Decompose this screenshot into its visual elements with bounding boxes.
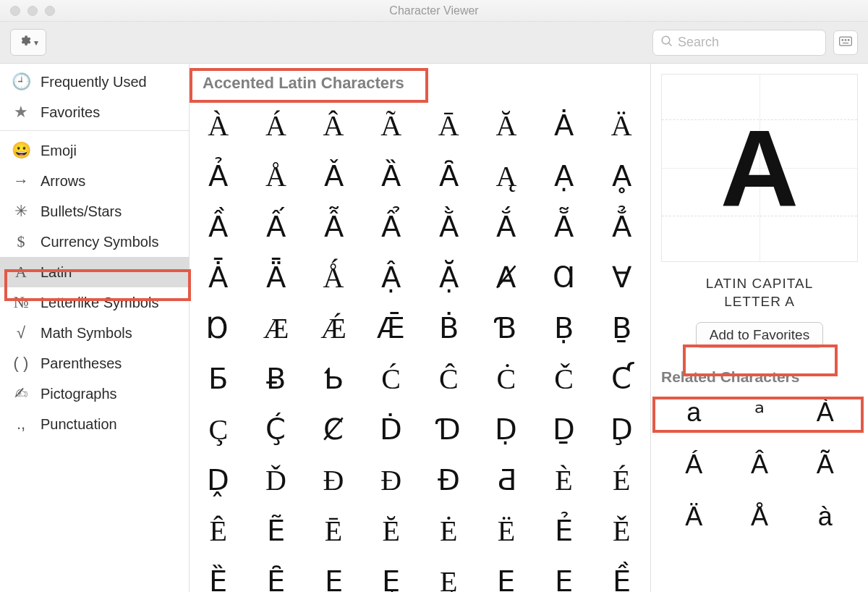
character-cell[interactable]: Ċ <box>477 353 535 404</box>
close-icon[interactable] <box>10 6 20 16</box>
sidebar-item-math-symbols[interactable]: √Math Symbols <box>0 318 189 348</box>
related-character[interactable]: à <box>792 497 858 536</box>
character-cell[interactable]: Ȃ <box>420 151 478 201</box>
character-cell[interactable]: Å <box>247 151 305 201</box>
character-cell[interactable]: Ƅ <box>305 353 362 404</box>
character-cell[interactable]: Ḏ <box>535 404 593 454</box>
related-character[interactable]: Á <box>661 445 727 484</box>
character-cell[interactable]: Ḅ <box>535 303 593 353</box>
sidebar-item-favorites[interactable]: ★Favorites <box>0 97 189 127</box>
related-character[interactable]: ᵃ <box>727 393 793 432</box>
related-character[interactable]: Ä <box>661 497 727 536</box>
toggle-view-button[interactable] <box>833 30 858 55</box>
sidebar-item-currency-symbols[interactable]: $Currency Symbols <box>0 227 189 257</box>
character-cell[interactable]: Ǽ <box>305 303 362 353</box>
character-cell[interactable]: Ȧ <box>535 100 593 151</box>
sidebar-item-latin[interactable]: ALatin <box>0 257 189 287</box>
character-cell[interactable]: Ď <box>247 454 305 505</box>
related-character[interactable]: a <box>661 393 727 432</box>
character-cell[interactable]: Ĉ <box>420 353 478 404</box>
sidebar-item-bullets-stars[interactable]: ✳︎Bullets/Stars <box>0 196 189 227</box>
character-cell[interactable]: Ả <box>190 151 247 201</box>
sidebar-item-pictographs[interactable]: ✍︎Pictographs <box>0 379 189 409</box>
character-cell[interactable]: Ɓ <box>477 303 535 353</box>
character-cell[interactable]: Ậ <box>362 252 420 303</box>
character-cell[interactable]: Ƈ <box>592 353 650 404</box>
character-cell[interactable]: Ë <box>477 505 535 556</box>
character-cell[interactable]: À <box>190 100 247 151</box>
character-cell[interactable]: Ḛ <box>535 556 593 592</box>
character-cell[interactable]: È <box>535 454 593 505</box>
character-cell[interactable]: Ƀ <box>247 353 305 404</box>
character-cell[interactable]: Ḑ <box>592 404 650 454</box>
character-cell[interactable]: Ƃ <box>190 353 247 404</box>
character-cell[interactable]: Ḍ <box>477 404 535 454</box>
character-cell[interactable]: Ề <box>592 556 650 592</box>
character-cell[interactable]: Ⱥ <box>477 252 535 303</box>
character-cell[interactable]: Ę <box>420 556 478 592</box>
sidebar-item-emoji[interactable]: 😀Emoji <box>0 135 189 166</box>
character-cell[interactable]: Ɖ <box>420 454 478 505</box>
character-cell[interactable]: Ă <box>477 100 535 151</box>
character-cell[interactable]: Ắ <box>477 201 535 252</box>
search-field[interactable] <box>652 30 826 56</box>
character-cell[interactable]: Ầ <box>190 201 247 252</box>
character-cell[interactable]: Ǎ <box>305 151 362 201</box>
character-cell[interactable]: Ḃ <box>420 303 478 353</box>
character-cell[interactable]: Đ <box>305 454 362 505</box>
character-cell[interactable]: Ǻ <box>305 252 362 303</box>
related-character[interactable]: Â <box>727 445 793 484</box>
window-controls[interactable] <box>10 6 55 16</box>
sidebar-item-parentheses[interactable]: ( )Parentheses <box>0 348 189 379</box>
minimize-icon[interactable] <box>27 6 38 16</box>
character-cell[interactable]: Ɒ <box>190 303 247 353</box>
character-cell[interactable]: Ḙ <box>477 556 535 592</box>
character-cell[interactable]: Ấ <box>247 201 305 252</box>
add-to-favorites-button[interactable]: Add to Favorites <box>696 322 823 348</box>
character-cell[interactable]: Ẳ <box>592 201 650 252</box>
character-cell[interactable]: Ẹ <box>305 556 362 592</box>
character-cell[interactable]: Ĕ <box>362 505 420 556</box>
character-cell[interactable]: Ā <box>420 100 478 151</box>
character-cell[interactable]: Č <box>535 353 593 404</box>
character-cell[interactable]: Ȁ <box>362 151 420 201</box>
character-cell[interactable]: Ɐ <box>592 252 650 303</box>
character-cell[interactable]: Ɑ <box>535 252 593 303</box>
character-cell[interactable]: Ḁ <box>592 151 650 201</box>
related-character[interactable]: Ã <box>792 445 858 484</box>
character-cell[interactable]: Ê <box>190 505 247 556</box>
character-cell[interactable]: Ǟ <box>247 252 305 303</box>
related-character[interactable]: À <box>792 393 858 432</box>
character-cell[interactable]: Æ <box>247 303 305 353</box>
character-cell[interactable]: Ẻ <box>535 505 593 556</box>
character-cell[interactable]: Ð <box>362 454 420 505</box>
character-cell[interactable]: Ȅ <box>190 556 247 592</box>
character-cell[interactable]: Ç <box>190 404 247 454</box>
character-cell[interactable]: Ḉ <box>247 404 305 454</box>
character-cell[interactable]: É <box>592 454 650 505</box>
character-cell[interactable]: Ć <box>362 353 420 404</box>
zoom-icon[interactable] <box>45 6 55 16</box>
character-cell[interactable]: Ẩ <box>362 201 420 252</box>
character-cell[interactable]: Ą <box>477 151 535 201</box>
character-cell[interactable]: Ȇ <box>247 556 305 592</box>
character-cell[interactable]: Ȼ <box>305 404 362 454</box>
character-cell[interactable]: Á <box>247 100 305 151</box>
character-cell[interactable]: Â <box>305 100 362 151</box>
character-cell[interactable]: Ẵ <box>535 201 593 252</box>
character-cell[interactable]: Ǣ <box>362 303 420 353</box>
character-cell[interactable]: Ḋ <box>362 404 420 454</box>
character-cell[interactable]: Ɗ <box>420 404 478 454</box>
sidebar-item-letterlike-symbols[interactable]: №Letterlike Symbols <box>0 287 189 318</box>
character-cell[interactable]: Ƌ <box>477 454 535 505</box>
character-cell[interactable]: Ằ <box>420 201 478 252</box>
character-cell[interactable]: Ē <box>305 505 362 556</box>
settings-button[interactable]: ▾ <box>10 29 46 56</box>
related-character[interactable]: Å <box>727 497 793 536</box>
sidebar-item-frequently-used[interactable]: 🕘Frequently Used <box>0 67 189 97</box>
character-cell[interactable]: Ė <box>420 505 478 556</box>
search-input[interactable] <box>678 35 846 50</box>
character-cell[interactable]: Ě <box>592 505 650 556</box>
character-cell[interactable]: Ḓ <box>190 454 247 505</box>
character-cell[interactable]: Ä <box>592 100 650 151</box>
